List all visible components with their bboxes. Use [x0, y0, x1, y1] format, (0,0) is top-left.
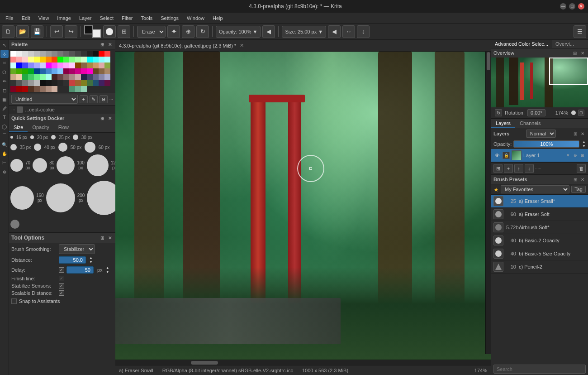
- palette-color[interactable]: [16, 68, 22, 74]
- zoom-fit-btn[interactable]: ⊡: [578, 110, 584, 116]
- stabilize-sensors-checkbox[interactable]: ✓: [59, 283, 64, 288]
- menu-file[interactable]: File: [2, 14, 17, 22]
- palette-color[interactable]: [34, 62, 40, 68]
- palette-color[interactable]: [52, 68, 57, 74]
- bp-close-icon[interactable]: ✕: [579, 176, 586, 183]
- menu-view[interactable]: View: [35, 14, 53, 22]
- save-button[interactable]: 💾: [31, 25, 43, 38]
- palette-color[interactable]: [46, 51, 52, 57]
- palette-color[interactable]: [81, 51, 87, 57]
- tool-text[interactable]: T: [0, 113, 9, 121]
- palette-color[interactable]: [57, 57, 63, 62]
- layers-opacity-bar[interactable]: 100%: [513, 140, 579, 148]
- palette-color[interactable]: [75, 80, 81, 86]
- restore-button[interactable]: □: [569, 3, 575, 10]
- palette-color[interactable]: [52, 80, 57, 86]
- overview-menu-icon[interactable]: ⊞: [572, 50, 578, 56]
- brush-size-120[interactable]: [87, 154, 109, 176]
- palette-color[interactable]: [93, 51, 99, 57]
- brush-size-50[interactable]: [58, 143, 67, 152]
- tool-select[interactable]: ↖: [0, 41, 9, 49]
- palette-color[interactable]: [104, 74, 110, 80]
- tool-crop[interactable]: ⌗: [0, 59, 9, 67]
- palette-color[interactable]: [99, 51, 104, 57]
- palette-color[interactable]: [63, 74, 69, 80]
- size-control[interactable]: Size: 25.00 px ▼: [282, 26, 326, 38]
- tool-transform[interactable]: ⊹: [0, 50, 9, 58]
- opacity-decrement[interactable]: ◀: [262, 25, 275, 38]
- tool-option-3[interactable]: ↻: [196, 25, 209, 38]
- to-menu-icon[interactable]: ⊞: [99, 235, 105, 241]
- palette-color[interactable]: [87, 62, 93, 68]
- palette-color[interactable]: [34, 74, 40, 80]
- overview-close-icon[interactable]: ✕: [579, 50, 586, 56]
- brush-size-35[interactable]: [10, 144, 17, 150]
- tool-path[interactable]: ⌒: [0, 131, 9, 139]
- palette-color[interactable]: [10, 62, 16, 68]
- palette-color[interactable]: [75, 74, 81, 80]
- palette-color[interactable]: [10, 80, 16, 86]
- bp-search-input[interactable]: [493, 365, 586, 374]
- brush-size-80[interactable]: [33, 158, 47, 173]
- palette-color[interactable]: [93, 80, 99, 86]
- opacity-control[interactable]: Opacity: 100% ▼: [216, 26, 261, 38]
- palette-color[interactable]: [81, 62, 87, 68]
- palette-color[interactable]: [63, 57, 69, 62]
- distance-input[interactable]: 50.0: [59, 256, 86, 264]
- tab-advanced-color[interactable]: Advanced Color Selec...: [491, 40, 552, 48]
- brush-size-70[interactable]: [10, 159, 23, 172]
- palette-color[interactable]: [99, 68, 104, 74]
- open-button[interactable]: 📂: [16, 25, 29, 38]
- palette-color[interactable]: [104, 80, 110, 86]
- canvas-tab-close[interactable]: ✕: [240, 43, 244, 48]
- delay-up[interactable]: ▲: [106, 266, 109, 270]
- menu-window[interactable]: Window: [183, 14, 208, 22]
- palette-color[interactable]: [28, 57, 34, 62]
- palette-color[interactable]: [16, 86, 22, 92]
- layers-close-icon[interactable]: ✕: [579, 130, 586, 137]
- palette-color[interactable]: [52, 51, 57, 57]
- palette-color[interactable]: [99, 57, 104, 62]
- palette-color[interactable]: [28, 74, 34, 80]
- tool-erase[interactable]: ◻: [0, 86, 9, 94]
- bp-tag-button[interactable]: Tag: [571, 186, 586, 193]
- background-color[interactable]: [92, 29, 101, 38]
- minimize-button[interactable]: —: [560, 3, 566, 10]
- layer-action-2[interactable]: ⊖: [572, 152, 579, 159]
- palette-color[interactable]: [81, 86, 87, 92]
- tool-fill[interactable]: ⬡: [0, 68, 9, 76]
- mirror-h[interactable]: ↔: [342, 25, 355, 38]
- palette-color[interactable]: [10, 51, 16, 57]
- brush-size-200[interactable]: [46, 183, 75, 212]
- palette-close-icon[interactable]: ✕: [107, 41, 113, 48]
- snap-checkbox[interactable]: [11, 298, 17, 304]
- bp-item-airbrush[interactable]: 5.72b Airbrush Soft*: [491, 221, 588, 234]
- palette-color[interactable]: [16, 51, 22, 57]
- brush-preset-preview[interactable]: [103, 25, 116, 38]
- brush-size-60[interactable]: [85, 142, 95, 153]
- palette-color[interactable]: [34, 57, 40, 62]
- menu-image[interactable]: Image: [53, 14, 75, 22]
- palette-color[interactable]: [87, 57, 93, 62]
- tool-option-1[interactable]: ✦: [167, 25, 180, 38]
- delay-input[interactable]: 50: [66, 266, 94, 274]
- zoom-slider[interactable]: [571, 112, 575, 114]
- palette-color[interactable]: [46, 62, 52, 68]
- brush-add-btn[interactable]: +: [80, 95, 88, 103]
- palette-color[interactable]: [69, 80, 75, 86]
- palette-color[interactable]: [99, 74, 104, 80]
- palette-color[interactable]: [57, 51, 63, 57]
- palette-color[interactable]: [46, 57, 52, 62]
- menu-filter[interactable]: Filter: [118, 14, 136, 22]
- size-arrow[interactable]: ▼: [318, 29, 323, 34]
- brush-size-40[interactable]: [34, 144, 41, 151]
- palette-color[interactable]: [87, 68, 93, 74]
- qs-tab-opacity[interactable]: Opacity: [28, 123, 53, 132]
- canvas-wrapper[interactable]: [115, 52, 491, 360]
- brush-size-partial[interactable]: [10, 220, 19, 229]
- palette-color[interactable]: [52, 86, 57, 92]
- palette-color[interactable]: [28, 80, 34, 86]
- layers-tb-settings[interactable]: ⊞: [493, 164, 503, 173]
- bp-item-eraser-small[interactable]: 25 a) Eraser Small*: [491, 195, 588, 208]
- palette-color[interactable]: [57, 68, 63, 74]
